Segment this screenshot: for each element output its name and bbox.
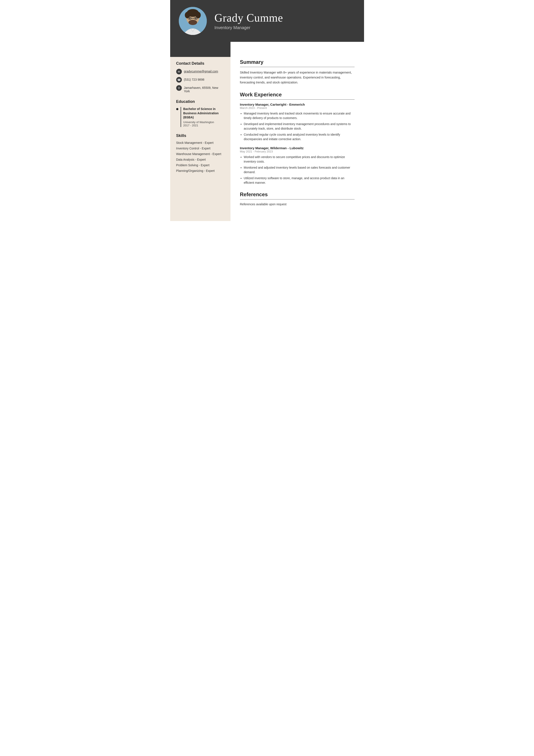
skills-section: Skills Stock Management - ExpertInventor… xyxy=(176,133,224,173)
skill-item: Data Analysis - Expert xyxy=(176,158,224,161)
skill-item: Warehouse Management - Expert xyxy=(176,152,224,156)
job-item: Inventory Manager, Wilderman - LubowitzM… xyxy=(240,146,355,185)
job-title-line: Inventory Manager, Cartwright - Emmerich xyxy=(240,103,355,106)
work-title: Work Experience xyxy=(240,92,355,98)
job-bullets: Worked with vendors to secure competitiv… xyxy=(240,155,355,185)
job-dates: May 2021 - February 2023 xyxy=(240,150,355,153)
summary-text: Skilled Inventory Manager with 8+ years … xyxy=(240,70,355,85)
header-info: Grady Cumme Inventory Manager xyxy=(215,12,283,30)
job-title: Inventory Manager xyxy=(215,25,283,30)
education-section-title: Education xyxy=(176,99,224,104)
job-bullet: Utilized inventory software to store, ma… xyxy=(244,176,355,185)
svg-point-6 xyxy=(189,20,197,25)
job-bullet: Monitored and adjusted inventory levels … xyxy=(244,165,355,175)
edu-years: 2017 - 2021 xyxy=(183,124,224,127)
email-icon: ✉ xyxy=(176,69,182,74)
contact-location-item: ⚲ Jamarhaven, 65509, New York xyxy=(176,85,224,93)
chevron-left xyxy=(170,42,231,50)
main-content: Summary Skilled Inventory Manager with 8… xyxy=(231,50,364,221)
job-bullet: Worked with vendors to secure competitiv… xyxy=(244,155,355,164)
job-title-line: Inventory Manager, Wilderman - Lubowitz xyxy=(240,146,355,150)
summary-title: Summary xyxy=(240,59,355,65)
job-item: Inventory Manager, Cartwright - Emmerich… xyxy=(240,103,355,142)
location-text: Jamarhaven, 65509, New York xyxy=(184,85,224,93)
references-title: References xyxy=(240,192,355,198)
svg-point-11 xyxy=(195,18,196,19)
email-link[interactable]: gradycumme@gmail.com xyxy=(184,70,218,73)
edu-bullet-icon xyxy=(176,108,178,110)
references-divider xyxy=(240,199,355,200)
contact-section: Contact Details ✉ gradycumme@gmail.com ☎… xyxy=(176,61,224,93)
sidebar: Contact Details ✉ gradycumme@gmail.com ☎… xyxy=(170,50,231,221)
email-text: gradycumme@gmail.com xyxy=(184,69,218,73)
skill-item: Problem Solving - Expert xyxy=(176,163,224,167)
edu-school: University of Washington xyxy=(183,121,224,124)
person-name: Grady Cumme xyxy=(215,12,283,24)
phone-icon: ☎ xyxy=(176,77,182,83)
jobs-list: Inventory Manager, Cartwright - Emmerich… xyxy=(240,103,355,185)
job-dates: March 2023 - Present xyxy=(240,106,355,110)
contact-phone-item: ☎ (531) 723 9898 xyxy=(176,77,224,83)
contact-section-title: Contact Details xyxy=(176,61,224,66)
chevron-right xyxy=(231,42,364,50)
svg-point-10 xyxy=(189,18,191,19)
job-bullet: Managed inventory levels and tracked sto… xyxy=(244,111,355,120)
skills-list: Stock Management - ExpertInventory Contr… xyxy=(176,141,224,173)
education-item: Bachelor of Science in Business Administ… xyxy=(176,107,224,127)
summary-section: Summary Skilled Inventory Manager with 8… xyxy=(240,59,355,85)
job-bullet: Developed and implemented inventory mana… xyxy=(244,122,355,131)
work-divider xyxy=(240,99,355,100)
contact-email-item: ✉ gradycumme@gmail.com xyxy=(176,69,224,74)
work-experience-section: Work Experience Inventory Manager, Cartw… xyxy=(240,92,355,185)
edu-content: Bachelor of Science in Business Administ… xyxy=(181,107,224,127)
skill-item: Inventory Control - Expert xyxy=(176,147,224,150)
edu-degree: Bachelor of Science in Business Administ… xyxy=(183,107,224,120)
location-icon: ⚲ xyxy=(176,85,182,91)
header-section: Grady Cumme Inventory Manager xyxy=(170,0,364,42)
skills-section-title: Skills xyxy=(176,133,224,138)
skill-item: Stock Management - Expert xyxy=(176,141,224,145)
summary-divider xyxy=(240,67,355,67)
avatar xyxy=(179,7,207,35)
references-section: References References available upon req… xyxy=(240,192,355,206)
job-bullet: Conducted regular cycle counts and analy… xyxy=(244,132,355,142)
phone-text: (531) 723 9898 xyxy=(184,77,204,81)
education-section: Education Bachelor of Science in Busines… xyxy=(176,99,224,127)
job-bullets: Managed inventory levels and tracked sto… xyxy=(240,111,355,142)
skill-item: Planning/Organizing - Expert xyxy=(176,169,224,173)
body-content: Contact Details ✉ gradycumme@gmail.com ☎… xyxy=(170,50,364,221)
references-text: References available upon request xyxy=(240,202,355,206)
chevron-divider xyxy=(170,42,364,50)
